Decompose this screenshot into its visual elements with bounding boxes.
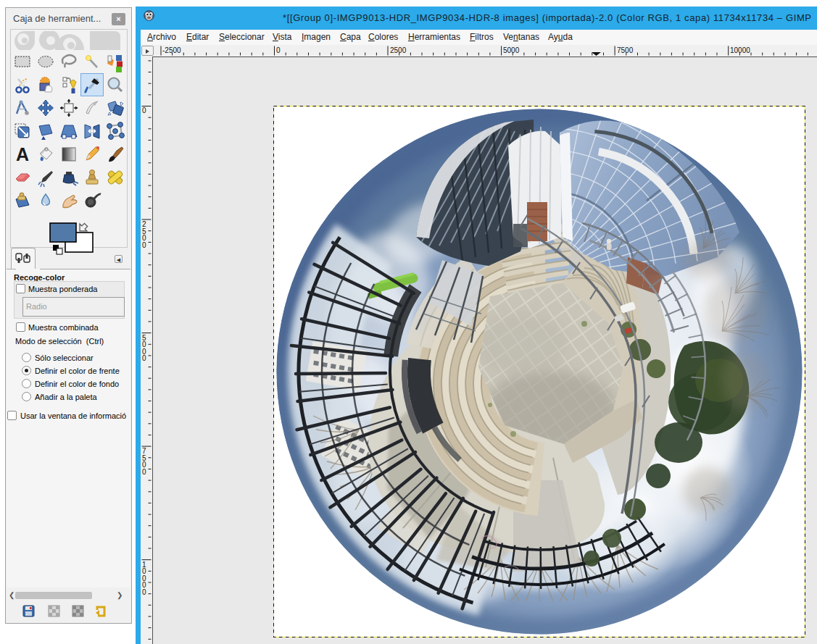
svg-text:0: 0 <box>142 354 146 362</box>
svg-text:0: 0 <box>142 588 146 596</box>
svg-text:2500: 2500 <box>390 46 407 54</box>
svg-text:-2500: -2500 <box>162 46 181 54</box>
svg-text:0: 0 <box>276 46 281 54</box>
svg-text:0: 0 <box>142 106 146 114</box>
svg-text:7500: 7500 <box>617 46 634 54</box>
svg-text:0: 0 <box>142 468 146 476</box>
svg-text:0: 0 <box>142 241 146 249</box>
svg-text:A: A <box>16 144 29 164</box>
svg-text:5000: 5000 <box>503 46 520 54</box>
svg-text:10000: 10000 <box>730 46 750 54</box>
